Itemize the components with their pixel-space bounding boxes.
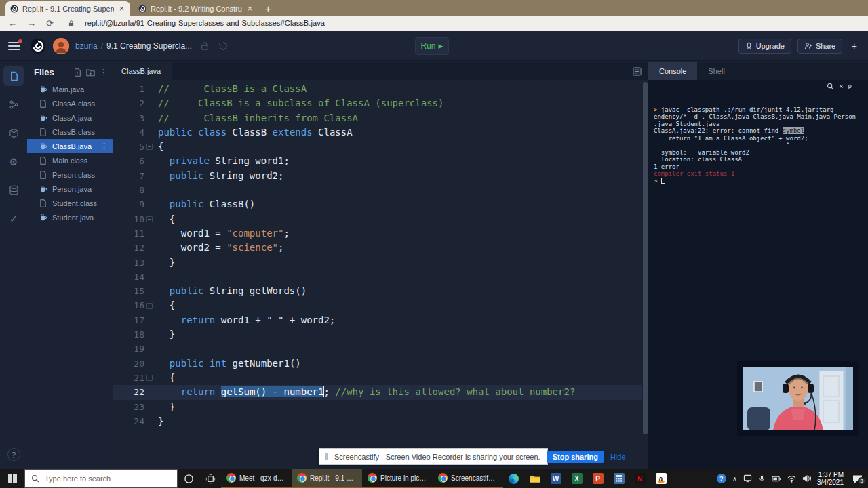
- stop-sharing-button[interactable]: Stop sharing: [547, 451, 604, 463]
- code-line-21[interactable]: 21 {: [113, 371, 642, 385]
- new-tab-button[interactable]: +: [265, 3, 271, 14]
- tray-battery-icon[interactable]: [772, 475, 781, 483]
- code-line-18[interactable]: 18 }: [113, 327, 642, 342]
- code-line-22[interactable]: 22 return getSum() - number1; //why is t…: [113, 385, 642, 399]
- back-icon[interactable]: ←: [8, 19, 17, 28]
- file-item-ClassB.class[interactable]: ClassB.class: [27, 125, 113, 139]
- tray-monitor-icon[interactable]: [743, 474, 752, 483]
- editor-tab-classb[interactable]: ClassB.java: [113, 62, 172, 80]
- browser-tab-1[interactable]: Repl.it - 9.1 Creating Superclasse×: [5, 1, 130, 16]
- hide-link[interactable]: Hide: [610, 453, 626, 461]
- breadcrumb-user-link[interactable]: bzurla: [75, 41, 98, 51]
- file-item-Main.java[interactable]: Main.java: [27, 82, 113, 96]
- taskbar-excel-button[interactable]: X: [566, 469, 587, 488]
- taskbar-calculator-button[interactable]: [608, 469, 629, 488]
- file-item-Person.java[interactable]: Person.java: [27, 182, 113, 196]
- tab-close-icon[interactable]: ×: [246, 5, 254, 13]
- editor-layout-icon[interactable]: [633, 66, 642, 79]
- task-view-button[interactable]: [199, 469, 221, 488]
- file-item-Student.java[interactable]: Student.java: [27, 210, 113, 224]
- code-line-23[interactable]: 23 }: [113, 400, 642, 414]
- add-file-icon[interactable]: [73, 68, 81, 77]
- code-line-9[interactable]: 9 public ClassB(): [113, 197, 642, 211]
- taskbar-edge-button[interactable]: [503, 469, 524, 488]
- browser-tab-2[interactable]: Repl.it - 9.2 Writing Constructors×: [134, 1, 258, 16]
- taskbar-word-button[interactable]: W: [545, 469, 566, 488]
- taskbar-powerpoint-button[interactable]: P: [587, 469, 608, 488]
- tray-chevron-up-icon[interactable]: ∧: [732, 475, 737, 483]
- file-menu-icon[interactable]: ⋮: [100, 142, 108, 150]
- code-line-20[interactable]: 20 public int getNumber1(): [113, 357, 642, 371]
- taskbar-clock[interactable]: 1:37 PM 3/4/2021: [817, 471, 844, 486]
- fold-marker-icon[interactable]: [144, 303, 155, 309]
- new-tab-plus-icon[interactable]: +: [848, 40, 860, 52]
- console-clear-icon[interactable]: ×: [839, 83, 844, 90]
- fold-marker-icon[interactable]: [144, 216, 155, 222]
- add-folder-icon[interactable]: [86, 68, 95, 77]
- taskbar-explorer-button[interactable]: [524, 469, 545, 488]
- tab-console[interactable]: Console: [648, 62, 697, 80]
- file-item-ClassA.class[interactable]: ClassA.class: [27, 96, 113, 110]
- menu-icon[interactable]: [8, 42, 20, 50]
- start-button[interactable]: [0, 469, 24, 488]
- replit-logo[interactable]: [30, 38, 46, 54]
- code-line-13[interactable]: 13 }: [113, 256, 642, 270]
- code-line-11[interactable]: 11 word1 = "computer";: [113, 226, 642, 241]
- rail-database-button[interactable]: [3, 180, 24, 200]
- rail-tests-button[interactable]: ✓: [3, 208, 24, 228]
- fold-marker-icon[interactable]: [144, 144, 155, 150]
- rail-settings-button[interactable]: ⚙: [3, 151, 24, 171]
- rail-packages-button[interactable]: [3, 123, 24, 143]
- code-line-6[interactable]: 6 private String word1;: [113, 154, 642, 168]
- code-line-19[interactable]: 19: [113, 342, 642, 356]
- action-center-button[interactable]: 3: [850, 474, 865, 483]
- console-search-icon[interactable]: [827, 83, 834, 90]
- breadcrumb-project[interactable]: 9.1 Creating Supercla...: [106, 41, 192, 51]
- file-item-ClassB.java[interactable]: ClassB.java⋮: [27, 139, 113, 153]
- avatar[interactable]: [53, 38, 69, 54]
- code-line-2[interactable]: 2// ClassB is a subclass of ClassA (supe…: [113, 96, 642, 110]
- editor-scrollbar[interactable]: [643, 82, 648, 434]
- code-line-4[interactable]: 4public class ClassB extends ClassA: [113, 125, 642, 140]
- taskbar-window-1[interactable]: Meet - qzx-depd-t...: [221, 469, 292, 488]
- code-line-3[interactable]: 3// ClassB inherits from ClassA: [113, 111, 642, 125]
- taskbar-search-input[interactable]: Type here to search: [24, 469, 178, 488]
- cortana-button[interactable]: [178, 469, 199, 488]
- file-item-Person.class[interactable]: Person.class: [27, 167, 113, 182]
- drag-handle-icon[interactable]: [326, 453, 328, 460]
- taskbar-window-2[interactable]: Repl.it - 9.1 Creatin...: [292, 469, 362, 488]
- code-line-16[interactable]: 16 {: [113, 298, 642, 312]
- code-line-17[interactable]: 17 return word1 + " " + word2;: [113, 313, 642, 327]
- taskbar-window-4[interactable]: Screencastify - Scre...: [433, 469, 503, 488]
- tray-speaker-icon[interactable]: [802, 474, 811, 483]
- help-button[interactable]: ?: [7, 448, 20, 461]
- taskbar-window-3[interactable]: Picture in picture: [362, 469, 433, 488]
- file-item-Student.class[interactable]: Student.class: [27, 196, 113, 210]
- code-line-14[interactable]: 14: [113, 270, 642, 284]
- tab-close-icon[interactable]: ×: [118, 5, 125, 13]
- tray-wifi-icon[interactable]: [787, 475, 796, 483]
- run-button[interactable]: Run ▶: [415, 37, 449, 55]
- taskbar-amazon-button[interactable]: a: [650, 469, 671, 488]
- file-item-ClassA.java[interactable]: ClassA.java: [27, 110, 113, 125]
- reload-icon[interactable]: ⟳: [46, 19, 54, 28]
- code-line-10[interactable]: 10 {: [113, 212, 642, 226]
- code-line-7[interactable]: 7 public String word2;: [113, 169, 642, 183]
- history-icon[interactable]: [218, 41, 229, 52]
- private-lock-icon[interactable]: [200, 41, 210, 51]
- upgrade-button[interactable]: Upgrade: [738, 39, 791, 54]
- tray-microphone-icon[interactable]: [758, 474, 766, 483]
- code-line-8[interactable]: 8: [113, 183, 642, 197]
- share-button[interactable]: Share: [797, 39, 842, 54]
- fold-marker-icon[interactable]: [144, 375, 155, 381]
- rail-files-button[interactable]: [3, 66, 24, 86]
- code-line-24[interactable]: 24}: [113, 414, 642, 428]
- code-line-5[interactable]: 5{: [113, 140, 642, 154]
- taskbar-netflix-button[interactable]: N: [629, 469, 650, 488]
- address-bar[interactable]: repl.it/@bzurla/91-Creating-Superclasses…: [85, 19, 325, 27]
- file-item-Main.class[interactable]: Main.class: [27, 153, 113, 167]
- rail-version-control-button[interactable]: [3, 94, 24, 115]
- code-line-12[interactable]: 12 word2 = "science";: [113, 241, 642, 255]
- code-line-15[interactable]: 15 public String getWords(): [113, 284, 642, 298]
- tray-help-icon[interactable]: ?: [717, 474, 726, 483]
